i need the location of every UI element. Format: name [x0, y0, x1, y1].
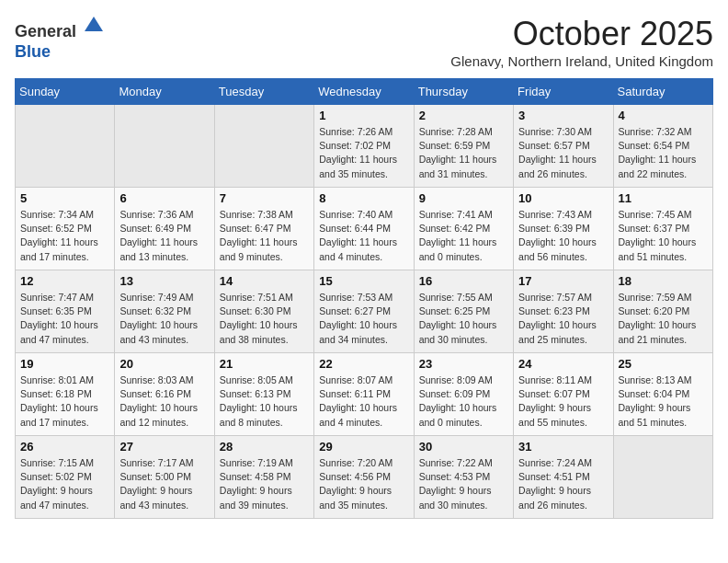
calendar-week-row: 12Sunrise: 7:47 AM Sunset: 6:35 PM Dayli…: [16, 270, 713, 353]
day-number: 23: [419, 357, 508, 371]
calendar-cell: 24Sunrise: 8:11 AM Sunset: 6:07 PM Dayli…: [514, 353, 613, 436]
logo-blue-text: Blue: [15, 42, 105, 63]
day-info: Sunrise: 7:24 AM Sunset: 4:51 PM Dayligh…: [518, 456, 608, 512]
day-number: 18: [619, 274, 708, 288]
day-info: Sunrise: 7:51 AM Sunset: 6:30 PM Dayligh…: [220, 291, 309, 347]
day-number: 3: [518, 109, 608, 122]
calendar-cell: 5Sunrise: 7:34 AM Sunset: 6:52 PM Daylig…: [16, 188, 115, 270]
calendar-cell: 22Sunrise: 8:07 AM Sunset: 6:11 PM Dayli…: [314, 353, 414, 436]
day-info: Sunrise: 7:17 AM Sunset: 5:00 PM Dayligh…: [119, 456, 209, 512]
day-info: Sunrise: 7:26 AM Sunset: 7:02 PM Dayligh…: [319, 125, 408, 181]
calendar-cell: 8Sunrise: 7:40 AM Sunset: 6:44 PM Daylig…: [314, 188, 414, 270]
day-info: Sunrise: 7:15 AM Sunset: 5:02 PM Dayligh…: [20, 456, 109, 512]
calendar-cell: 2Sunrise: 7:28 AM Sunset: 6:59 PM Daylig…: [414, 105, 513, 188]
day-number: 21: [220, 357, 309, 371]
calendar-cell: 3Sunrise: 7:30 AM Sunset: 6:57 PM Daylig…: [514, 105, 613, 188]
calendar-week-row: 1Sunrise: 7:26 AM Sunset: 7:02 PM Daylig…: [16, 105, 713, 188]
day-number: 17: [518, 274, 608, 288]
day-info: Sunrise: 7:28 AM Sunset: 6:59 PM Dayligh…: [419, 125, 508, 181]
day-info: Sunrise: 7:20 AM Sunset: 4:56 PM Dayligh…: [319, 456, 408, 512]
day-number: 16: [419, 274, 508, 288]
month-title: October 2025: [450, 15, 713, 53]
day-info: Sunrise: 7:34 AM Sunset: 6:52 PM Dayligh…: [20, 208, 109, 264]
calendar-cell: 31Sunrise: 7:24 AM Sunset: 4:51 PM Dayli…: [514, 436, 613, 519]
day-info: Sunrise: 8:05 AM Sunset: 6:13 PM Dayligh…: [220, 373, 309, 430]
day-number: 13: [119, 274, 209, 288]
calendar-cell: 11Sunrise: 7:45 AM Sunset: 6:37 PM Dayli…: [613, 188, 712, 270]
day-number: 25: [619, 357, 708, 371]
weekday-header: Saturday: [613, 79, 712, 105]
day-info: Sunrise: 7:22 AM Sunset: 4:53 PM Dayligh…: [419, 456, 508, 512]
day-number: 20: [119, 357, 209, 371]
day-info: Sunrise: 7:53 AM Sunset: 6:27 PM Dayligh…: [319, 291, 408, 347]
day-number: 6: [119, 191, 209, 205]
day-number: 29: [319, 440, 408, 454]
calendar-cell: 6Sunrise: 7:36 AM Sunset: 6:49 PM Daylig…: [115, 188, 214, 270]
calendar-cell: 29Sunrise: 7:20 AM Sunset: 4:56 PM Dayli…: [314, 436, 414, 519]
calendar-cell: 25Sunrise: 8:13 AM Sunset: 6:04 PM Dayli…: [613, 353, 712, 436]
day-number: 28: [220, 440, 309, 454]
calendar-cell: 27Sunrise: 7:17 AM Sunset: 5:00 PM Dayli…: [115, 436, 214, 519]
calendar-header-row: SundayMondayTuesdayWednesdayThursdayFrid…: [16, 79, 713, 105]
day-info: Sunrise: 7:45 AM Sunset: 6:37 PM Dayligh…: [619, 208, 708, 264]
logo-general-text: General: [15, 22, 76, 40]
day-info: Sunrise: 8:11 AM Sunset: 6:07 PM Dayligh…: [518, 373, 608, 430]
calendar-cell: 28Sunrise: 7:19 AM Sunset: 4:58 PM Dayli…: [214, 436, 313, 519]
day-number: 27: [119, 440, 209, 454]
day-number: 11: [619, 191, 708, 205]
calendar-cell: 17Sunrise: 7:57 AM Sunset: 6:23 PM Dayli…: [514, 270, 613, 353]
day-info: Sunrise: 7:30 AM Sunset: 6:57 PM Dayligh…: [518, 125, 608, 181]
day-number: 30: [419, 440, 508, 454]
day-info: Sunrise: 7:41 AM Sunset: 6:42 PM Dayligh…: [419, 208, 508, 264]
calendar-cell: 19Sunrise: 8:01 AM Sunset: 6:18 PM Dayli…: [16, 353, 115, 436]
weekday-header: Tuesday: [214, 79, 313, 105]
calendar-cell: 1Sunrise: 7:26 AM Sunset: 7:02 PM Daylig…: [314, 105, 414, 188]
day-info: Sunrise: 8:03 AM Sunset: 6:16 PM Dayligh…: [119, 373, 209, 430]
calendar-week-row: 19Sunrise: 8:01 AM Sunset: 6:18 PM Dayli…: [16, 353, 713, 436]
svg-marker-0: [85, 17, 103, 31]
day-info: Sunrise: 8:07 AM Sunset: 6:11 PM Dayligh…: [319, 373, 408, 430]
calendar-cell: [613, 436, 712, 519]
calendar-week-row: 26Sunrise: 7:15 AM Sunset: 5:02 PM Dayli…: [16, 436, 713, 519]
location-subtitle: Glenavy, Northern Ireland, United Kingdo…: [450, 53, 713, 69]
day-number: 12: [20, 274, 109, 288]
calendar-cell: 15Sunrise: 7:53 AM Sunset: 6:27 PM Dayli…: [314, 270, 414, 353]
day-number: 7: [220, 191, 309, 205]
calendar-cell: 7Sunrise: 7:38 AM Sunset: 6:47 PM Daylig…: [214, 188, 313, 270]
day-number: 24: [518, 357, 608, 371]
calendar-cell: 9Sunrise: 7:41 AM Sunset: 6:42 PM Daylig…: [414, 188, 513, 270]
day-info: Sunrise: 7:43 AM Sunset: 6:39 PM Dayligh…: [518, 208, 608, 264]
day-info: Sunrise: 7:47 AM Sunset: 6:35 PM Dayligh…: [20, 291, 109, 347]
weekday-header: Thursday: [414, 79, 513, 105]
day-number: 15: [319, 274, 408, 288]
logo: General Blue: [15, 15, 105, 62]
day-info: Sunrise: 7:55 AM Sunset: 6:25 PM Dayligh…: [419, 291, 508, 347]
day-info: Sunrise: 7:57 AM Sunset: 6:23 PM Dayligh…: [518, 291, 608, 347]
day-number: 22: [319, 357, 408, 371]
calendar-cell: [214, 105, 313, 188]
day-info: Sunrise: 7:59 AM Sunset: 6:20 PM Dayligh…: [619, 291, 708, 347]
calendar-cell: 4Sunrise: 7:32 AM Sunset: 6:54 PM Daylig…: [613, 105, 712, 188]
calendar-cell: 13Sunrise: 7:49 AM Sunset: 6:32 PM Dayli…: [115, 270, 214, 353]
title-block: October 2025 Glenavy, Northern Ireland, …: [450, 15, 713, 69]
day-info: Sunrise: 7:49 AM Sunset: 6:32 PM Dayligh…: [119, 291, 209, 347]
calendar-cell: 10Sunrise: 7:43 AM Sunset: 6:39 PM Dayli…: [514, 188, 613, 270]
day-info: Sunrise: 7:32 AM Sunset: 6:54 PM Dayligh…: [619, 125, 708, 181]
calendar-week-row: 5Sunrise: 7:34 AM Sunset: 6:52 PM Daylig…: [16, 188, 713, 270]
day-number: 1: [319, 109, 408, 122]
day-number: 14: [220, 274, 309, 288]
calendar-cell: 26Sunrise: 7:15 AM Sunset: 5:02 PM Dayli…: [16, 436, 115, 519]
page-header: General Blue October 2025 Glenavy, North…: [15, 15, 713, 69]
day-info: Sunrise: 8:01 AM Sunset: 6:18 PM Dayligh…: [20, 373, 109, 430]
day-number: 5: [20, 191, 109, 205]
calendar-cell: 16Sunrise: 7:55 AM Sunset: 6:25 PM Dayli…: [414, 270, 513, 353]
weekday-header: Friday: [514, 79, 613, 105]
day-info: Sunrise: 7:19 AM Sunset: 4:58 PM Dayligh…: [220, 456, 309, 512]
calendar-cell: 14Sunrise: 7:51 AM Sunset: 6:30 PM Dayli…: [214, 270, 313, 353]
day-number: 9: [419, 191, 508, 205]
calendar-cell: 20Sunrise: 8:03 AM Sunset: 6:16 PM Dayli…: [115, 353, 214, 436]
day-number: 31: [518, 440, 608, 454]
day-number: 8: [319, 191, 408, 205]
weekday-header: Sunday: [16, 79, 115, 105]
calendar-cell: 18Sunrise: 7:59 AM Sunset: 6:20 PM Dayli…: [613, 270, 712, 353]
